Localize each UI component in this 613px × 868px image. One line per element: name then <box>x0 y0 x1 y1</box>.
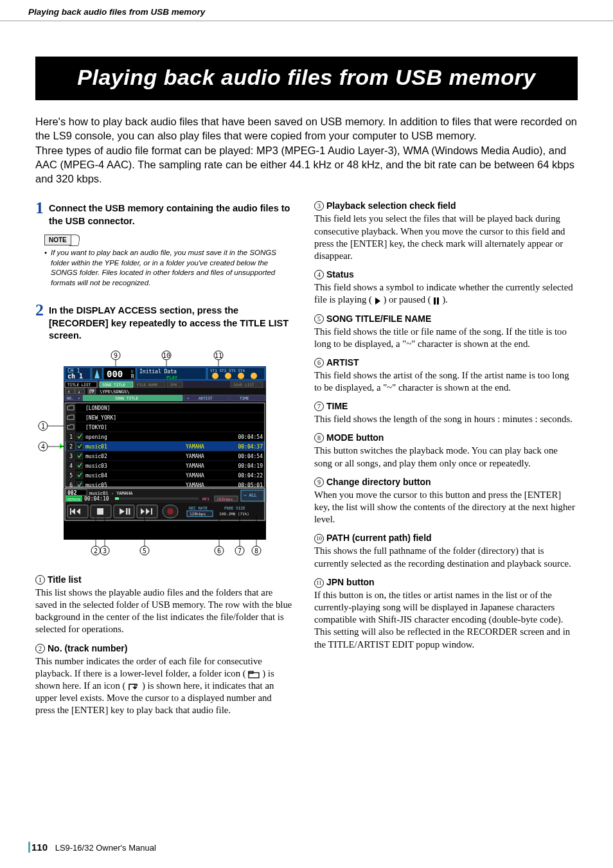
svg-text:music04: music04 <box>85 473 107 479</box>
svg-text:REMAIN: REMAIN <box>67 497 80 501</box>
title-list-screenshot: 9 10 11 CH 1 ch 1 <box>38 350 269 562</box>
svg-text:3: 3 <box>103 547 107 554</box>
svg-text:music05: music05 <box>85 483 107 488</box>
step-text: Connect the USB memory containing the au… <box>49 200 292 227</box>
svg-text:6: 6 <box>69 483 73 488</box>
svg-text:00:04:22: 00:04:22 <box>238 473 263 479</box>
item-6-heading: 6ARTIST <box>314 357 578 369</box>
svg-text:music01 - YAMAHA: music01 - YAMAHA <box>89 491 133 496</box>
svg-text:00:05:01: 00:05:01 <box>238 483 263 488</box>
svg-text:6: 6 <box>217 547 221 554</box>
page-title: Playing back audio files from USB memory <box>35 57 578 100</box>
footer-text: LS9-16/32 Owner's Manual <box>55 843 156 853</box>
svg-text:Initial Data: Initial Data <box>139 369 177 375</box>
item-11-heading: 11JPN button <box>314 576 578 589</box>
svg-text:MP3: MP3 <box>202 497 209 501</box>
svg-text:SONG TITLE: SONG TITLE <box>115 396 139 400</box>
svg-text:2: 2 <box>94 547 98 554</box>
svg-rect-117 <box>115 497 119 500</box>
step-number: 1 <box>35 200 44 217</box>
svg-text:JPN: JPN <box>170 382 177 387</box>
svg-text:ARTIST: ARTIST <box>199 396 213 400</box>
svg-text:▾: ▾ <box>78 396 80 400</box>
svg-rect-168 <box>434 297 436 305</box>
item-8-heading: 8MODE button <box>314 432 578 444</box>
svg-text:4: 4 <box>69 463 73 469</box>
note-label: NOTE <box>44 235 71 246</box>
svg-text:5: 5 <box>69 473 73 479</box>
svg-text:[LONDON]: [LONDON] <box>85 405 111 411</box>
svg-text:NO.: NO. <box>67 396 74 400</box>
svg-text:SAVE LIST: SAVE LIST <box>233 382 254 387</box>
svg-point-24 <box>212 373 218 379</box>
svg-text:ch 1: ch 1 <box>67 373 83 380</box>
svg-text:FILE NAME: FILE NAME <box>137 382 158 387</box>
item-2-heading: 2No. (track number) <box>35 642 292 655</box>
svg-text:00:04:54: 00:04:54 <box>238 434 263 440</box>
item-7-heading: 7TIME <box>314 400 578 412</box>
svg-text:SONG TITLE: SONG TITLE <box>102 382 126 387</box>
item-1-heading: 1Title list <box>35 574 292 586</box>
svg-text:11: 11 <box>215 351 222 359</box>
svg-text:music01: music01 <box>85 444 107 450</box>
step-text: In the DISPLAY ACCESS section, press the… <box>49 302 292 342</box>
svg-text:music03: music03 <box>85 463 107 469</box>
up-folder-icon <box>128 682 139 691</box>
item-1-body: This list shows the playable audio files… <box>35 587 292 636</box>
svg-text:192kbps: 192kbps <box>217 497 233 502</box>
svg-text:YAMAHA: YAMAHA <box>186 483 204 488</box>
item-5-heading: 5SONG TITLE/FILE NAME <box>314 313 578 325</box>
svg-text:YAMAHA: YAMAHA <box>186 444 204 450</box>
svg-text:2: 2 <box>69 444 73 450</box>
svg-text:3: 3 <box>69 454 73 459</box>
svg-text:1: 1 <box>41 422 45 429</box>
svg-text:002: 002 <box>67 490 77 496</box>
svg-text:YAMAHA: YAMAHA <box>186 454 204 459</box>
svg-rect-44 <box>88 389 96 394</box>
item-8-body: This button switches the playback mode. … <box>314 445 578 469</box>
svg-text:190.2MB (71%): 190.2MB (71%) <box>219 511 249 516</box>
svg-rect-133 <box>151 508 152 515</box>
svg-point-27 <box>251 373 257 379</box>
svg-text:ST1  ST2  ST3  ST4: ST1 ST2 ST3 ST4 <box>210 368 245 373</box>
svg-point-26 <box>238 373 244 379</box>
svg-text:↓: ↓ <box>78 389 80 394</box>
svg-text:10: 10 <box>163 351 170 359</box>
item-3-heading: 3Playback selection check field <box>314 200 578 212</box>
svg-text:YAMAHA: YAMAHA <box>186 473 204 479</box>
item-9-heading: 9Change directory button <box>314 476 578 488</box>
svg-text:U: U <box>131 369 134 373</box>
svg-text:R: R <box>131 374 134 380</box>
item-6-body: This field shows the artist of the song.… <box>314 369 578 394</box>
svg-text:TIME: TIME <box>240 396 249 400</box>
svg-text:000: 000 <box>107 369 123 379</box>
page-number: 110 <box>28 842 48 853</box>
svg-text:PLAY: PLAY <box>166 375 178 380</box>
svg-text:TITLE LIST: TITLE LIST <box>67 382 91 387</box>
svg-rect-169 <box>437 297 439 305</box>
svg-text:[TOKYO]: [TOKYO] <box>85 425 107 430</box>
item-10-body: This shows the full pathname of the fold… <box>314 545 578 569</box>
svg-text:▾: ▾ <box>187 396 190 400</box>
note-box: NOTE If you want to play back an audio f… <box>44 235 292 288</box>
svg-point-25 <box>225 373 231 379</box>
breadcrumb: Playing back audio files from USB memory <box>0 0 613 21</box>
svg-rect-131 <box>126 508 128 515</box>
item-4-body: This field shows a symbol to indicate wh… <box>314 281 578 306</box>
svg-text:7: 7 <box>238 547 242 554</box>
svg-text:\YPE\SONGS\: \YPE\SONGS\ <box>100 389 129 394</box>
svg-text:REC RATE: REC RATE <box>189 506 208 510</box>
svg-text:8: 8 <box>254 547 258 554</box>
svg-text:128kbps: 128kbps <box>190 511 206 517</box>
item-2-body: This number indicates the order of each … <box>35 655 292 717</box>
item-10-heading: 10PATH (current path) field <box>314 532 578 544</box>
item-7-body: This field shows the length of the song … <box>314 413 578 425</box>
pause-icon <box>433 297 440 305</box>
svg-text:YAMAHA: YAMAHA <box>186 463 204 469</box>
svg-text:9: 9 <box>114 351 118 359</box>
item-9-body: When you move the cursor to this button … <box>314 489 578 526</box>
intro-text: Here's how to play back audio files that… <box>35 114 578 186</box>
item-3-body: This field lets you select the files tha… <box>314 213 578 262</box>
folder-icon <box>248 671 260 678</box>
svg-text:↑: ↑ <box>67 389 70 394</box>
